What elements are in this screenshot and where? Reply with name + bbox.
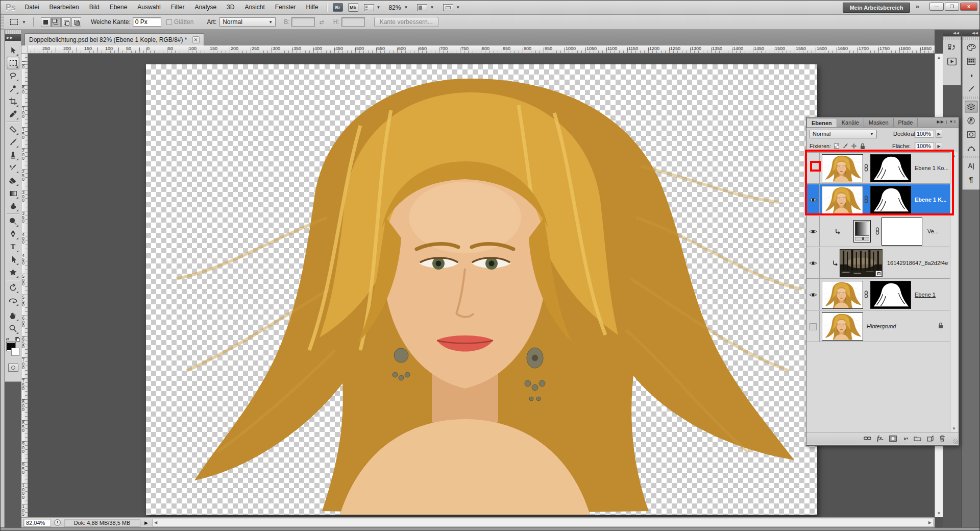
smart-object-thumbnail[interactable] — [840, 249, 883, 277]
visibility-toggle[interactable] — [806, 279, 820, 310]
link-layers-button[interactable] — [864, 436, 871, 441]
layer-name[interactable]: Ebene 1 — [915, 292, 948, 298]
close-document-icon[interactable]: ✕ — [192, 36, 200, 43]
menu-datei[interactable]: Datei — [20, 1, 44, 14]
layer-mask-thumbnail[interactable] — [870, 186, 911, 214]
visibility-toggle[interactable] — [806, 184, 820, 215]
canvas-pasteboard[interactable] — [28, 54, 935, 517]
menu-ebene[interactable]: Ebene — [105, 1, 133, 14]
refine-edge-button[interactable]: Kante verbessern... — [374, 17, 438, 27]
eyedropper-tool[interactable] — [7, 108, 19, 120]
path-selection-tool[interactable] — [7, 253, 19, 266]
layer-row-hintergrund[interactable]: Hintergrund — [806, 311, 950, 342]
menu-fenster[interactable]: Fenster — [270, 1, 301, 14]
panel-resize-grip[interactable] — [953, 439, 958, 444]
horizontal-ruler[interactable]: 2502001501005005010015020025030035040045… — [28, 45, 935, 54]
zoom-tool[interactable] — [7, 322, 19, 335]
adjustment-layer-button[interactable]: ◑▾ — [902, 435, 908, 442]
visibility-toggle[interactable] — [806, 216, 820, 247]
workspace-button[interactable]: Mein Arbeitsbereich — [843, 3, 910, 13]
menu-ansicht[interactable]: Ansicht — [239, 1, 270, 14]
lock-pixels-icon[interactable] — [842, 143, 849, 150]
menu-3d[interactable]: 3D — [222, 1, 239, 14]
brush-tool[interactable] — [7, 136, 19, 149]
orbit-3d-tool[interactable] — [7, 294, 19, 307]
opacity-slider-button[interactable]: ▶ — [936, 130, 942, 138]
lock-transparency-icon[interactable] — [833, 143, 840, 150]
delete-layer-button[interactable] — [939, 435, 945, 442]
layer-thumbnail[interactable] — [822, 186, 863, 214]
menu-bild[interactable]: Bild — [84, 1, 105, 14]
menu-bearbeiten[interactable]: Bearbeiten — [44, 1, 84, 14]
quick-selection-tool[interactable] — [7, 82, 19, 95]
dock-grip[interactable] — [963, 37, 979, 40]
crop-tool[interactable] — [7, 95, 19, 108]
arrange-documents-button[interactable]: ▼ — [417, 4, 434, 11]
quick-mask-button[interactable] — [8, 364, 18, 372]
fill-slider-button[interactable]: ▶ — [936, 142, 942, 150]
layer-row-smart-object[interactable]: 16142918647_8a2d2f4e0... — [806, 248, 950, 279]
masks-panel-icon[interactable] — [965, 128, 978, 140]
smudge-tool[interactable] — [7, 200, 19, 212]
tab-ebenen[interactable]: Ebenen — [806, 118, 837, 127]
tab-pfade[interactable]: Pfade — [894, 118, 918, 127]
close-button[interactable]: X — [960, 3, 977, 11]
blend-mode-select[interactable]: Normal ▼ — [810, 130, 877, 138]
dodge-tool[interactable] — [7, 215, 19, 228]
screen-mode-button[interactable]: ▼ — [443, 4, 460, 11]
scroll-down-icon[interactable]: ▼ — [937, 510, 941, 517]
menu-filter[interactable]: Filter — [166, 1, 190, 14]
layer-name[interactable]: Ve... — [927, 228, 949, 234]
subtract-from-selection-button[interactable] — [61, 17, 71, 27]
styles-panel-icon[interactable] — [965, 83, 978, 95]
layer-name[interactable]: Ebene 1 K... — [915, 197, 948, 203]
clone-stamp-tool[interactable] — [7, 149, 19, 161]
default-colors-icon[interactable] — [15, 337, 20, 342]
history-brush-tool[interactable] — [7, 161, 19, 174]
eraser-tool[interactable] — [7, 174, 19, 187]
visibility-toggle[interactable] — [806, 311, 820, 342]
character-panel-icon[interactable]: A| — [965, 160, 978, 172]
document-tab[interactable]: Doppelbelichtung.psd bei 82% (Ebene 1 Ko… — [24, 33, 204, 45]
scroll-down-icon[interactable]: ▼ — [952, 425, 956, 432]
layer-thumbnail[interactable] — [822, 154, 863, 182]
vertical-ruler[interactable]: 0501001502002503003504004505005506006507… — [21, 54, 28, 517]
new-layer-button[interactable] — [927, 436, 934, 442]
ruler-origin-corner[interactable] — [21, 45, 28, 54]
layer-name[interactable]: 16142918647_8a2d2f4e0... — [887, 260, 948, 266]
mask-link-icon[interactable] — [864, 291, 868, 299]
menu-auswahl[interactable]: Auswahl — [132, 1, 165, 14]
menu-hilfe[interactable]: Hilfe — [301, 1, 323, 14]
color-panel-icon[interactable] — [965, 41, 978, 54]
move-tool[interactable] — [7, 44, 19, 57]
style-select[interactable]: Normal ▼ — [219, 17, 276, 27]
restore-button[interactable]: ❐ — [945, 3, 959, 11]
status-menu-arrow-icon[interactable]: ▶ — [144, 520, 148, 525]
layer-mask-thumbnail[interactable] — [870, 154, 911, 182]
status-zoom-field[interactable]: 82,04% — [23, 519, 51, 527]
zoom-level-control[interactable]: 82% — [388, 4, 401, 11]
view-extras-button[interactable]: ▼ — [364, 4, 381, 11]
actions-panel-icon[interactable] — [945, 55, 959, 67]
add-mask-button[interactable] — [889, 436, 897, 442]
tab-kanaele[interactable]: Kanäle — [837, 118, 864, 127]
history-panel-icon[interactable] — [945, 41, 959, 54]
layer-mask-thumbnail[interactable] — [870, 281, 911, 309]
paragraph-panel-icon[interactable]: ¶ — [965, 174, 978, 186]
mask-link-icon[interactable] — [875, 227, 879, 236]
dock-collapse-header[interactable]: ◀◀ — [943, 30, 961, 36]
feather-input[interactable] — [133, 17, 161, 27]
gradient-tool[interactable] — [7, 187, 19, 200]
dock-grip[interactable] — [943, 37, 961, 40]
lock-position-icon[interactable] — [850, 143, 857, 150]
new-selection-button[interactable] — [41, 17, 51, 27]
adjustments-panel-icon[interactable]: ◑ — [965, 69, 978, 81]
fill-value[interactable]: 100% — [915, 142, 934, 150]
document-canvas[interactable] — [146, 64, 817, 515]
visibility-toggle[interactable] — [806, 248, 820, 279]
menu-analyse[interactable]: Analyse — [189, 1, 222, 14]
layer-row-verlaufsumsetzung[interactable]: Ve... — [806, 216, 950, 247]
intersect-selection-button[interactable] — [71, 17, 81, 27]
lasso-tool[interactable] — [7, 69, 19, 82]
visibility-toggle[interactable] — [806, 153, 820, 184]
